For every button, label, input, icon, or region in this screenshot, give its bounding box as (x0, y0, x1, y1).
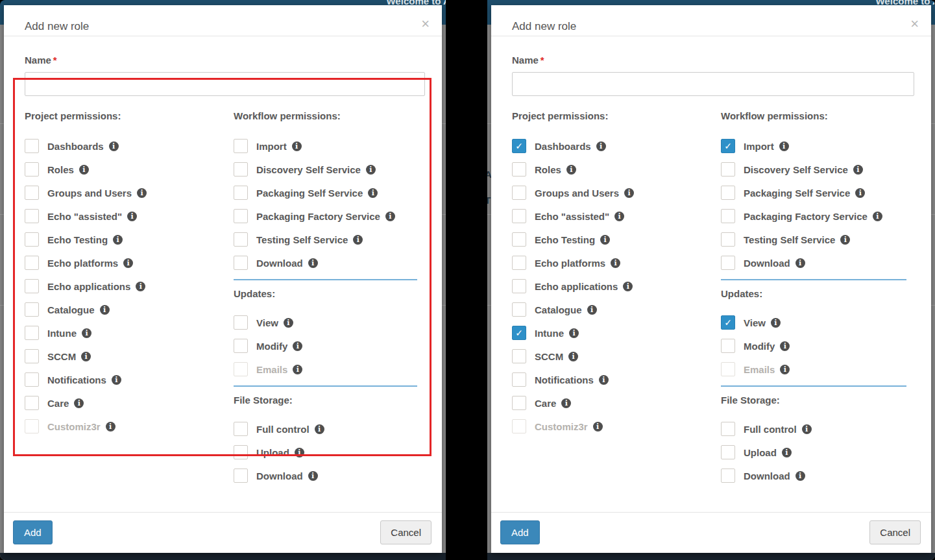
info-icon[interactable]: i (308, 471, 318, 481)
checkbox-echo-applications[interactable] (512, 279, 526, 293)
info-icon[interactable]: i (315, 424, 324, 434)
checkbox-echo-testing[interactable] (25, 232, 39, 247)
checkbox-roles[interactable] (512, 162, 526, 177)
close-icon[interactable]: × (910, 17, 919, 31)
checkbox-upload[interactable] (721, 445, 735, 459)
info-icon[interactable]: i (293, 341, 302, 351)
info-icon[interactable]: i (802, 424, 812, 434)
info-icon[interactable]: i (113, 235, 123, 245)
info-icon[interactable]: i (353, 235, 363, 245)
info-icon[interactable]: i (840, 235, 850, 245)
info-icon[interactable]: i (82, 328, 91, 338)
add-button[interactable]: Add (500, 520, 540, 544)
checkbox-view[interactable] (234, 315, 248, 330)
info-icon[interactable]: i (873, 212, 882, 221)
checkbox-echo-platforms[interactable] (25, 256, 39, 270)
info-icon[interactable]: i (587, 305, 597, 315)
info-icon[interactable]: i (569, 328, 579, 338)
info-icon[interactable]: i (293, 365, 302, 374)
info-icon[interactable]: i (795, 258, 805, 268)
checkbox-groups-and-users[interactable] (25, 186, 39, 200)
info-icon[interactable]: i (292, 141, 302, 151)
checkbox-testing-self-service[interactable] (721, 232, 735, 247)
info-icon[interactable]: i (624, 188, 634, 198)
checkbox-notifications[interactable] (25, 372, 39, 387)
checkbox-packaging-self-service[interactable] (721, 186, 735, 200)
info-icon[interactable]: i (81, 352, 91, 361)
checkbox-discovery-self-service[interactable] (234, 162, 248, 177)
info-icon[interactable]: i (308, 258, 318, 268)
info-icon[interactable]: i (368, 188, 378, 198)
checkbox-echo-applications[interactable] (25, 279, 39, 293)
info-icon[interactable]: i (614, 212, 624, 221)
checkbox-intune[interactable]: ✓ (512, 326, 526, 340)
checkbox-echo-assisted[interactable] (512, 209, 526, 223)
checkbox-sccm[interactable] (512, 349, 526, 363)
info-icon[interactable]: i (100, 305, 110, 315)
checkbox-download[interactable] (234, 469, 248, 483)
info-icon[interactable]: i (137, 188, 147, 198)
info-icon[interactable]: i (782, 448, 792, 457)
checkbox-echo-platforms[interactable] (512, 256, 526, 270)
close-icon[interactable]: × (421, 17, 430, 31)
info-icon[interactable]: i (780, 365, 790, 374)
checkbox-modify[interactable] (721, 339, 735, 353)
role-name-input[interactable] (25, 72, 425, 96)
checkbox-testing-self-service[interactable] (234, 232, 248, 247)
cancel-button[interactable]: Cancel (380, 520, 431, 544)
info-icon[interactable]: i (795, 471, 805, 481)
info-icon[interactable]: i (112, 375, 121, 385)
checkbox-view[interactable]: ✓ (721, 315, 735, 330)
checkbox-download[interactable] (721, 256, 735, 270)
checkbox-full-control[interactable] (721, 422, 735, 436)
checkbox-packaging-factory-service[interactable] (234, 209, 248, 223)
role-name-input[interactable] (512, 72, 914, 96)
checkbox-care[interactable] (25, 396, 39, 410)
checkbox-sccm[interactable] (25, 349, 39, 363)
info-icon[interactable]: i (127, 212, 137, 221)
checkbox-intune[interactable] (25, 326, 39, 340)
info-icon[interactable]: i (779, 141, 789, 151)
info-icon[interactable]: i (295, 448, 304, 457)
info-icon[interactable]: i (623, 282, 633, 291)
checkbox-dashboards[interactable] (25, 139, 39, 153)
checkbox-import[interactable] (234, 139, 248, 153)
checkbox-packaging-factory-service[interactable] (721, 209, 735, 223)
info-icon[interactable]: i (74, 398, 84, 408)
checkbox-catalogue[interactable] (512, 302, 526, 317)
checkbox-groups-and-users[interactable] (512, 186, 526, 200)
info-icon[interactable]: i (855, 188, 865, 198)
checkbox-echo-testing[interactable] (512, 232, 526, 247)
checkbox-roles[interactable] (25, 162, 39, 177)
cancel-button[interactable]: Cancel (869, 520, 921, 544)
add-button[interactable]: Add (13, 520, 53, 544)
info-icon[interactable]: i (109, 141, 119, 151)
info-icon[interactable]: i (853, 165, 863, 175)
info-icon[interactable]: i (136, 282, 145, 291)
checkbox-dashboards[interactable]: ✓ (512, 139, 526, 153)
info-icon[interactable]: i (593, 422, 603, 432)
info-icon[interactable]: i (566, 165, 576, 175)
checkbox-echo-assisted[interactable] (25, 209, 39, 223)
checkbox-notifications[interactable] (512, 372, 526, 387)
checkbox-catalogue[interactable] (25, 302, 39, 317)
checkbox-care[interactable] (512, 396, 526, 410)
checkbox-packaging-self-service[interactable] (234, 186, 248, 200)
checkbox-download[interactable] (234, 256, 248, 270)
info-icon[interactable]: i (568, 352, 578, 361)
info-icon[interactable]: i (771, 318, 781, 328)
checkbox-full-control[interactable] (234, 422, 248, 436)
info-icon[interactable]: i (366, 165, 376, 175)
checkbox-upload[interactable] (234, 445, 248, 459)
info-icon[interactable]: i (780, 341, 790, 351)
info-icon[interactable]: i (123, 258, 133, 268)
info-icon[interactable]: i (596, 141, 606, 151)
info-icon[interactable]: i (561, 398, 571, 408)
info-icon[interactable]: i (611, 258, 620, 268)
checkbox-modify[interactable] (234, 339, 248, 353)
info-icon[interactable]: i (385, 212, 395, 221)
checkbox-import[interactable]: ✓ (721, 139, 735, 153)
info-icon[interactable]: i (79, 165, 89, 175)
info-icon[interactable]: i (600, 235, 610, 245)
checkbox-download[interactable] (721, 469, 735, 483)
